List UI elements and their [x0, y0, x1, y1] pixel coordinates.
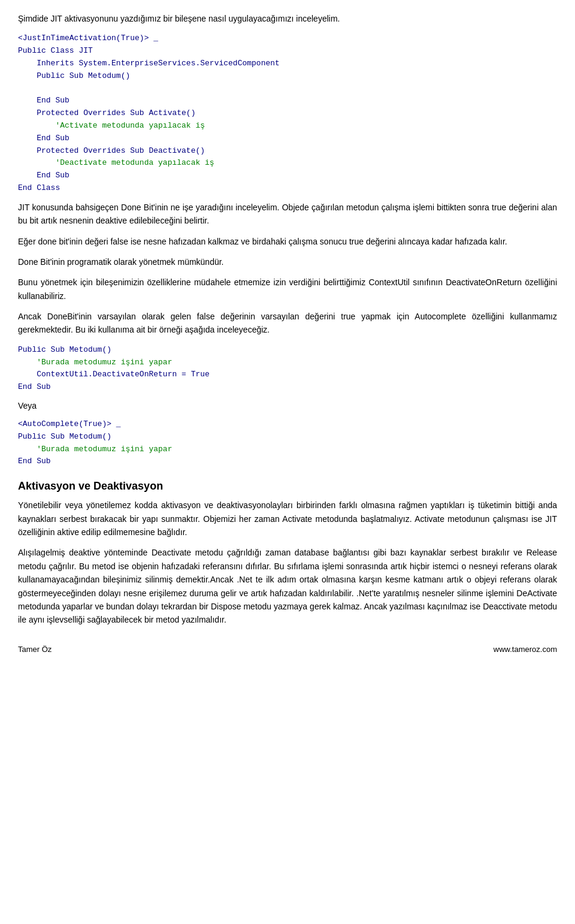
footer: Tamer Öz www.tameroz.com	[18, 645, 557, 654]
code-block-3: <AutoComplete(True)> _ Public Sub Metodu…	[18, 418, 557, 468]
footer-author: Tamer Öz	[18, 645, 52, 654]
paragraph-6: Ancak DoneBit'inin varsayılan olarak gel…	[18, 310, 557, 337]
paragraph-5: Bunu yönetmek için bileşenimizin özellik…	[18, 276, 557, 303]
veya-label: Veya	[18, 400, 557, 412]
page-content: Şimdide JIT aktivasyonunu yazdığımız bir…	[18, 12, 557, 654]
code-block-2: Public Sub Metodum() 'Burada metodumuz i…	[18, 344, 557, 394]
code-block-1: <JustInTimeActivation(True)> _ Public Cl…	[18, 32, 557, 194]
paragraph-8: Alışılagelmiş deaktive yönteminde Deacti…	[18, 546, 557, 626]
paragraph-3: Eğer done bit'inin değeri false ise nesn…	[18, 235, 557, 248]
intro-paragraph: Şimdide JIT aktivasyonunu yazdığımız bir…	[18, 12, 557, 25]
paragraph-2: JIT konusunda bahsigeçen Done Bit'inin n…	[18, 201, 557, 228]
section-heading: Aktivasyon ve Deaktivasyon	[18, 480, 557, 493]
paragraph-4: Done Bit'inin programatik olarak yönetme…	[18, 255, 557, 268]
footer-website: www.tameroz.com	[494, 645, 557, 654]
paragraph-7: Yönetilebilir veya yönetilemez kodda akt…	[18, 499, 557, 539]
